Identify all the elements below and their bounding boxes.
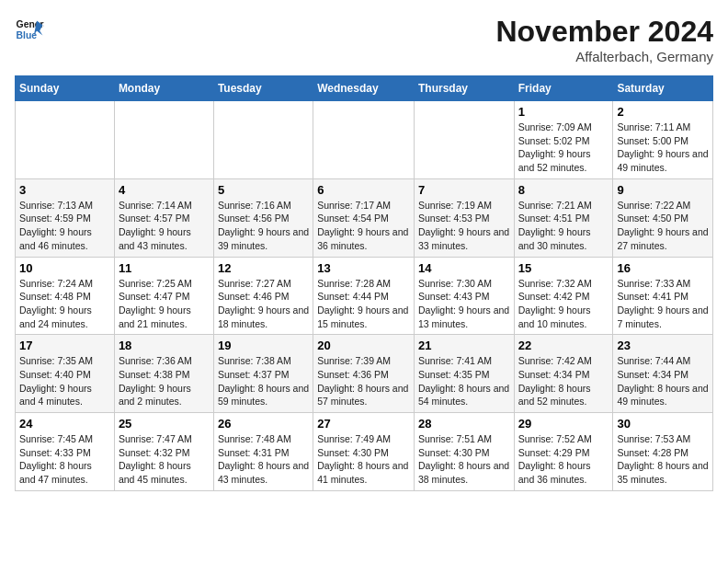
day-info: Sunrise: 7:09 AM Sunset: 5:02 PM Dayligh… — [518, 121, 609, 175]
day-info: Sunrise: 7:22 AM Sunset: 4:50 PM Dayligh… — [617, 199, 709, 253]
calendar-cell: 27Sunrise: 7:49 AM Sunset: 4:30 PM Dayli… — [313, 413, 415, 491]
day-number: 26 — [218, 417, 309, 431]
calendar-cell: 9Sunrise: 7:22 AM Sunset: 4:50 PM Daylig… — [613, 178, 713, 257]
day-number: 27 — [317, 417, 410, 431]
calendar-cell: 7Sunrise: 7:19 AM Sunset: 4:53 PM Daylig… — [414, 178, 514, 257]
day-number: 18 — [119, 339, 210, 352]
day-number: 24 — [19, 417, 110, 431]
day-info: Sunrise: 7:39 AM Sunset: 4:36 PM Dayligh… — [317, 354, 410, 408]
calendar-cell — [114, 101, 213, 179]
day-number: 10 — [19, 261, 110, 275]
calendar-cell: 26Sunrise: 7:48 AM Sunset: 4:31 PM Dayli… — [213, 413, 313, 491]
day-info: Sunrise: 7:19 AM Sunset: 4:53 PM Dayligh… — [418, 199, 510, 253]
calendar-cell: 18Sunrise: 7:36 AM Sunset: 4:38 PM Dayli… — [114, 335, 213, 413]
calendar-header-wednesday: Wednesday — [313, 76, 415, 101]
day-number: 15 — [518, 261, 609, 275]
calendar-cell: 29Sunrise: 7:52 AM Sunset: 4:29 PM Dayli… — [514, 413, 613, 491]
calendar-header-monday: Monday — [114, 76, 213, 101]
calendar-cell — [414, 101, 514, 179]
location: Affalterbach, Germany — [495, 49, 713, 64]
day-number: 4 — [119, 183, 210, 197]
calendar-header-tuesday: Tuesday — [213, 76, 313, 101]
calendar-cell: 13Sunrise: 7:28 AM Sunset: 4:44 PM Dayli… — [313, 257, 415, 335]
day-number: 28 — [418, 417, 510, 431]
calendar-cell: 6Sunrise: 7:17 AM Sunset: 4:54 PM Daylig… — [313, 178, 415, 257]
calendar-cell: 30Sunrise: 7:53 AM Sunset: 4:28 PM Dayli… — [613, 413, 713, 491]
day-info: Sunrise: 7:38 AM Sunset: 4:37 PM Dayligh… — [218, 354, 309, 408]
day-number: 19 — [218, 339, 309, 352]
day-info: Sunrise: 7:21 AM Sunset: 4:51 PM Dayligh… — [518, 199, 609, 253]
day-info: Sunrise: 7:24 AM Sunset: 4:48 PM Dayligh… — [19, 277, 110, 331]
day-number: 23 — [617, 339, 709, 352]
month-title: November 2024 — [495, 15, 713, 49]
day-info: Sunrise: 7:27 AM Sunset: 4:46 PM Dayligh… — [218, 277, 309, 331]
calendar-cell: 28Sunrise: 7:51 AM Sunset: 4:30 PM Dayli… — [414, 413, 514, 491]
day-number: 7 — [418, 183, 510, 197]
calendar-week-row: 24Sunrise: 7:45 AM Sunset: 4:33 PM Dayli… — [16, 413, 713, 491]
day-info: Sunrise: 7:32 AM Sunset: 4:42 PM Dayligh… — [518, 277, 609, 331]
calendar-header-saturday: Saturday — [613, 76, 713, 101]
day-number: 3 — [19, 183, 110, 197]
calendar-cell: 22Sunrise: 7:42 AM Sunset: 4:34 PM Dayli… — [514, 335, 613, 413]
day-number: 8 — [518, 183, 609, 197]
calendar-table: SundayMondayTuesdayWednesdayThursdayFrid… — [15, 75, 713, 491]
day-number: 11 — [119, 261, 210, 275]
day-number: 9 — [617, 183, 709, 197]
calendar-cell: 5Sunrise: 7:16 AM Sunset: 4:56 PM Daylig… — [213, 178, 313, 257]
calendar-cell: 4Sunrise: 7:14 AM Sunset: 4:57 PM Daylig… — [114, 178, 213, 257]
calendar-header-friday: Friday — [514, 76, 613, 101]
day-number: 5 — [218, 183, 309, 197]
calendar-week-row: 10Sunrise: 7:24 AM Sunset: 4:48 PM Dayli… — [16, 257, 713, 335]
calendar-cell: 23Sunrise: 7:44 AM Sunset: 4:34 PM Dayli… — [613, 335, 713, 413]
day-info: Sunrise: 7:49 AM Sunset: 4:30 PM Dayligh… — [317, 432, 410, 487]
calendar-cell: 21Sunrise: 7:41 AM Sunset: 4:35 PM Dayli… — [414, 335, 514, 413]
day-info: Sunrise: 7:51 AM Sunset: 4:30 PM Dayligh… — [418, 432, 510, 487]
calendar-cell: 10Sunrise: 7:24 AM Sunset: 4:48 PM Dayli… — [16, 257, 115, 335]
day-info: Sunrise: 7:13 AM Sunset: 4:59 PM Dayligh… — [19, 199, 110, 253]
calendar-cell: 1Sunrise: 7:09 AM Sunset: 5:02 PM Daylig… — [514, 101, 613, 179]
calendar-cell: 3Sunrise: 7:13 AM Sunset: 4:59 PM Daylig… — [16, 178, 115, 257]
day-info: Sunrise: 7:14 AM Sunset: 4:57 PM Dayligh… — [119, 199, 210, 253]
day-number: 13 — [317, 261, 410, 275]
logo: General Blue — [15, 15, 44, 44]
calendar-cell — [313, 101, 415, 179]
day-number: 14 — [418, 261, 510, 275]
day-number: 17 — [19, 339, 110, 352]
calendar-header-thursday: Thursday — [414, 76, 514, 101]
day-info: Sunrise: 7:35 AM Sunset: 4:40 PM Dayligh… — [19, 354, 110, 408]
day-number: 1 — [518, 105, 609, 119]
day-info: Sunrise: 7:41 AM Sunset: 4:35 PM Dayligh… — [418, 354, 510, 408]
day-info: Sunrise: 7:16 AM Sunset: 4:56 PM Dayligh… — [218, 199, 309, 253]
day-number: 22 — [518, 339, 609, 352]
calendar-cell: 19Sunrise: 7:38 AM Sunset: 4:37 PM Dayli… — [213, 335, 313, 413]
calendar-week-row: 1Sunrise: 7:09 AM Sunset: 5:02 PM Daylig… — [16, 101, 713, 179]
day-info: Sunrise: 7:17 AM Sunset: 4:54 PM Dayligh… — [317, 199, 410, 253]
calendar-week-row: 17Sunrise: 7:35 AM Sunset: 4:40 PM Dayli… — [16, 335, 713, 413]
calendar-cell — [16, 101, 115, 179]
calendar-cell: 20Sunrise: 7:39 AM Sunset: 4:36 PM Dayli… — [313, 335, 415, 413]
day-info: Sunrise: 7:36 AM Sunset: 4:38 PM Dayligh… — [119, 354, 210, 408]
day-number: 30 — [617, 417, 709, 431]
page-header: General Blue November 2024 Affalterbach,… — [15, 15, 713, 64]
calendar-header-row: SundayMondayTuesdayWednesdayThursdayFrid… — [16, 76, 713, 101]
calendar-cell: 24Sunrise: 7:45 AM Sunset: 4:33 PM Dayli… — [16, 413, 115, 491]
day-info: Sunrise: 7:28 AM Sunset: 4:44 PM Dayligh… — [317, 277, 410, 331]
calendar-cell: 11Sunrise: 7:25 AM Sunset: 4:47 PM Dayli… — [114, 257, 213, 335]
calendar-week-row: 3Sunrise: 7:13 AM Sunset: 4:59 PM Daylig… — [16, 178, 713, 257]
day-info: Sunrise: 7:42 AM Sunset: 4:34 PM Dayligh… — [518, 354, 609, 408]
day-number: 20 — [317, 339, 410, 352]
calendar-header-sunday: Sunday — [16, 76, 115, 101]
day-info: Sunrise: 7:45 AM Sunset: 4:33 PM Dayligh… — [19, 432, 110, 487]
calendar-cell: 12Sunrise: 7:27 AM Sunset: 4:46 PM Dayli… — [213, 257, 313, 335]
day-info: Sunrise: 7:52 AM Sunset: 4:29 PM Dayligh… — [518, 432, 609, 487]
day-number: 16 — [617, 261, 709, 275]
calendar-cell: 15Sunrise: 7:32 AM Sunset: 4:42 PM Dayli… — [514, 257, 613, 335]
day-info: Sunrise: 7:11 AM Sunset: 5:00 PM Dayligh… — [617, 121, 709, 175]
calendar-cell: 2Sunrise: 7:11 AM Sunset: 5:00 PM Daylig… — [613, 101, 713, 179]
calendar-cell: 17Sunrise: 7:35 AM Sunset: 4:40 PM Dayli… — [16, 335, 115, 413]
day-info: Sunrise: 7:30 AM Sunset: 4:43 PM Dayligh… — [418, 277, 510, 331]
day-number: 21 — [418, 339, 510, 352]
day-info: Sunrise: 7:47 AM Sunset: 4:32 PM Dayligh… — [119, 432, 210, 487]
calendar-cell — [213, 101, 313, 179]
day-info: Sunrise: 7:25 AM Sunset: 4:47 PM Dayligh… — [119, 277, 210, 331]
